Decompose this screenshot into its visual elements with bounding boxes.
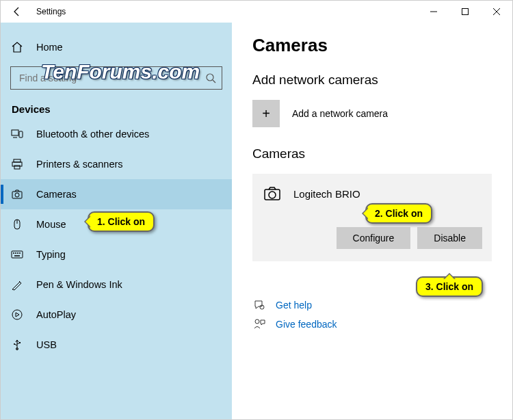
- svg-rect-16: [12, 251, 23, 258]
- svg-point-26: [14, 343, 15, 345]
- printer-icon: [10, 157, 24, 171]
- svg-point-29: [269, 192, 276, 198]
- give-feedback-link[interactable]: Give feedback: [276, 319, 337, 330]
- camera-icon: [10, 187, 24, 201]
- sidebar-item-pen[interactable]: Pen & Windows Ink: [1, 270, 232, 300]
- sidebar-item-usb[interactable]: USB: [1, 330, 232, 360]
- add-network-camera-button[interactable]: + Add a network camera: [252, 100, 512, 127]
- svg-rect-27: [19, 342, 21, 343]
- camera-device-name: Logitech BRIO: [293, 188, 360, 200]
- cameras-heading: Cameras: [252, 146, 512, 161]
- svg-point-23: [12, 310, 22, 319]
- keyboard-icon: [10, 248, 24, 261]
- minimize-button[interactable]: [418, 1, 449, 23]
- feedback-icon: [252, 317, 266, 331]
- settings-window: Settings Home Devices: [0, 0, 513, 420]
- svg-point-31: [255, 319, 259, 324]
- sidebar-item-label: Cameras: [36, 189, 77, 200]
- search-input[interactable]: [18, 72, 205, 84]
- plus-icon: +: [252, 100, 280, 127]
- section-header: Devices: [1, 96, 232, 119]
- svg-point-13: [15, 193, 19, 197]
- search-box[interactable]: [10, 66, 222, 90]
- get-help-link[interactable]: Get help: [276, 300, 312, 311]
- help-icon: [252, 298, 266, 312]
- add-network-heading: Add network cameras: [252, 73, 512, 88]
- camera-device-card[interactable]: Logitech BRIO Configure Disable: [252, 174, 492, 261]
- usb-icon: [10, 338, 24, 352]
- content-pane: Cameras Add network cameras + Add a netw…: [232, 23, 512, 419]
- pen-icon: [10, 278, 24, 291]
- back-button[interactable]: [6, 1, 28, 23]
- autoplay-icon: [10, 308, 24, 321]
- home-nav[interactable]: Home: [1, 32, 232, 62]
- sidebar-item-typing[interactable]: Typing: [1, 239, 232, 270]
- titlebar: Settings: [1, 1, 512, 23]
- page-title: Cameras: [252, 35, 512, 56]
- sidebar-item-label: Bluetooth & other devices: [36, 129, 149, 140]
- maximize-button[interactable]: [449, 1, 481, 23]
- add-network-camera-label: Add a network camera: [292, 108, 388, 119]
- svg-rect-9: [14, 159, 21, 162]
- search-icon: [205, 73, 216, 83]
- sidebar-item-cameras[interactable]: Cameras: [1, 179, 232, 209]
- svg-rect-6: [12, 130, 18, 135]
- home-icon: [10, 40, 24, 54]
- svg-rect-7: [19, 131, 23, 137]
- home-label: Home: [36, 42, 63, 53]
- sidebar-item-label: Pen & Windows Ink: [36, 279, 122, 290]
- sidebar-item-label: Mouse: [36, 219, 66, 230]
- sidebar-item-autoplay[interactable]: AutoPlay: [1, 300, 232, 330]
- sidebar-item-mouse[interactable]: Mouse: [1, 209, 232, 239]
- disable-button[interactable]: Disable: [417, 227, 482, 249]
- sidebar: Home Devices Bluetooth & other devices: [1, 23, 232, 419]
- mouse-icon: [10, 218, 24, 231]
- sidebar-item-label: Printers & scanners: [36, 159, 123, 170]
- sidebar-item-label: Typing: [36, 249, 66, 260]
- close-button[interactable]: [481, 1, 512, 23]
- sidebar-item-bluetooth[interactable]: Bluetooth & other devices: [1, 119, 232, 149]
- camera-icon: [262, 183, 282, 204]
- sidebar-item-label: AutoPlay: [36, 309, 76, 320]
- svg-line-5: [213, 80, 215, 83]
- configure-button[interactable]: Configure: [337, 227, 411, 249]
- devices-icon: [10, 127, 24, 141]
- svg-rect-1: [462, 9, 469, 15]
- sidebar-item-printers[interactable]: Printers & scanners: [1, 149, 232, 179]
- sidebar-item-label: USB: [36, 339, 57, 350]
- window-title: Settings: [36, 7, 66, 16]
- svg-point-4: [207, 74, 213, 81]
